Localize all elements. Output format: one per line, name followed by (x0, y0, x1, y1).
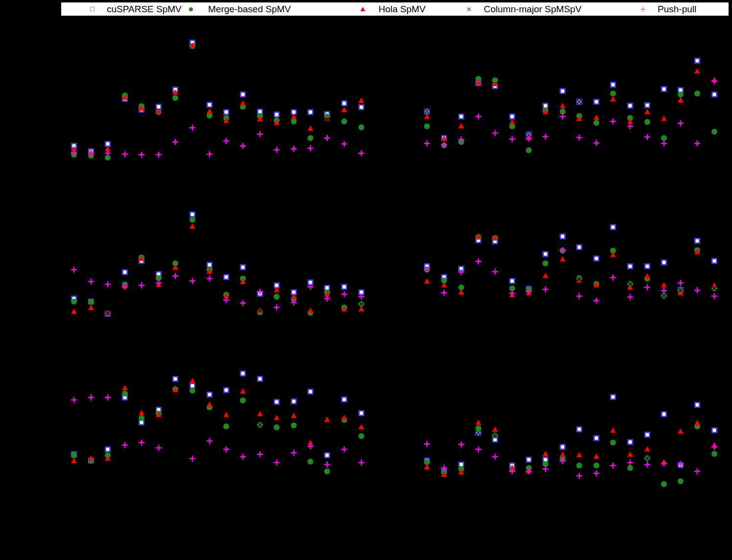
legend-label-hola-spmv: Hola SpMV (378, 2, 425, 16)
panel-top-left (64, 27, 387, 174)
legend-item-hola-spmv (359, 2, 367, 16)
panel-middle-right (411, 193, 732, 340)
legend-item-column-major-spmspv (465, 2, 473, 16)
panel-bottom-right (411, 360, 732, 507)
panel-middle-left (64, 193, 387, 340)
cusparse-spmv-square-icon (88, 5, 96, 13)
legend-label-cusparse-spmv: cuSPARSE SpMV (107, 2, 182, 16)
hola-spmv-triangle-icon (359, 5, 367, 13)
panel-top-right (411, 27, 732, 174)
push-pull-plus-icon (639, 5, 647, 13)
legend-label-push-pull: Push-pull (658, 2, 696, 16)
figure-canvas: cuSPARSE SpMV Merge-based SpMV Hola SpMV… (0, 0, 732, 560)
legend-item-merge-based-spmv (187, 2, 195, 16)
legend-box: cuSPARSE SpMV Merge-based SpMV Hola SpMV… (60, 1, 730, 17)
legend-label-merge-based-spmv: Merge-based SpMV (208, 2, 291, 16)
panel-bottom-left (64, 360, 387, 507)
legend-label-column-major-spmspv: Column-major SpMSpV (484, 2, 582, 16)
merge-based-spmv-circle-icon (187, 5, 195, 13)
legend-item-push-pull (639, 2, 647, 16)
column-major-spmspv-x-icon (465, 5, 473, 13)
legend-item-cusparse-spmv (88, 2, 96, 16)
